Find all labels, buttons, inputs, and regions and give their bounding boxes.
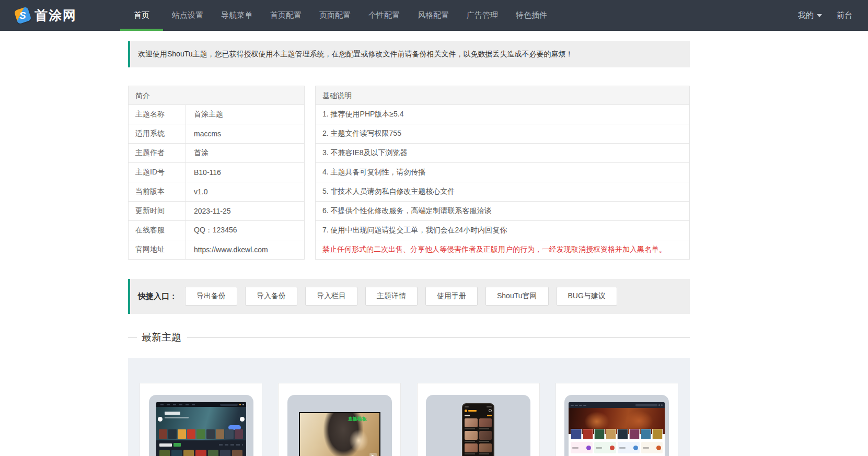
intro-row-label: 主题作者	[129, 144, 186, 162]
quick-button-import-categories[interactable]: 导入栏目	[305, 287, 357, 306]
logo-text: 首涂网	[34, 7, 77, 24]
theme-thumbnail: 直播模板	[287, 395, 392, 456]
table-row: 主题名称 首涂主题	[128, 105, 305, 124]
frontend-link[interactable]: 前台	[837, 10, 852, 20]
intro-table: 简介 主题名称 首涂主题 适用系统 maccms 主题作者 首涂 主题ID号 B…	[128, 86, 305, 260]
intro-row-value: QQ：123456	[186, 221, 237, 240]
theme-card-dark-movie[interactable]	[140, 383, 262, 456]
search-icon	[489, 409, 492, 412]
main-nav: 首页 站点设置 导航菜单 首页配置 页面配置 个性配置 风格配置 广告管理 特色…	[120, 0, 556, 31]
latest-themes-heading: 最新主题	[128, 331, 690, 344]
table-row: 主题作者 首涂	[128, 144, 305, 163]
nav-item-personal-config[interactable]: 个性配置	[360, 0, 409, 31]
nav-item-nav-menu[interactable]: 导航菜单	[212, 0, 261, 31]
note-row: 7. 使用中出现问题请提交工单，我们会在24小时内回复你	[315, 221, 690, 240]
notes-table: 基础说明 1. 推荐使用PHP版本≥5.4 2. 主题文件读写权限755 3. …	[315, 86, 690, 260]
nav-item-style-config[interactable]: 风格配置	[409, 0, 458, 31]
theme-screenshot	[462, 403, 494, 456]
intro-table-header: 简介	[128, 86, 305, 105]
theme-card-mobile-app[interactable]	[417, 383, 540, 456]
table-row: 适用系统 maccms	[128, 124, 305, 144]
nav-item-home[interactable]: 首页	[120, 0, 163, 31]
table-row: 当前版本 v1.0	[128, 182, 305, 202]
theme-card-light-movie[interactable]	[555, 383, 678, 456]
notes-table-header: 基础说明	[315, 86, 690, 105]
main-content: 欢迎使用ShouTu主题，您已获得授权使用本主题管理系统，在您配置或修改文件前请…	[128, 41, 690, 456]
latest-themes-panel: 直播模板	[128, 358, 690, 456]
intro-row-value: maccms	[186, 124, 221, 143]
heading-line-right	[187, 337, 690, 338]
note-row: 2. 主题文件读写权限755	[315, 124, 690, 144]
intro-row-value: https://www.dkewl.com	[186, 240, 268, 259]
note-row: 3. 不兼容IE8及以下浏览器	[315, 144, 690, 163]
note-row: 1. 推荐使用PHP版本≥5.4	[315, 105, 690, 124]
note-row: 6. 不提供个性化修改服务，高端定制请联系客服洽谈	[315, 202, 690, 221]
logo[interactable]: S 首涂网	[0, 0, 105, 31]
intro-row-label: 在线客服	[129, 221, 186, 240]
nav-item-ad-management[interactable]: 广告管理	[458, 0, 507, 31]
warning-row: 禁止任何形式的二次出售、分享他人等侵害作者及正版用户的行为，一经发现取消授权资格…	[315, 240, 690, 260]
quick-entry-label: 快捷入口：	[138, 291, 177, 301]
intro-row-value: B10-116	[186, 163, 221, 182]
table-row: 更新时间 2023-11-25	[128, 202, 305, 221]
quick-button-shoutu-official[interactable]: ShouTu官网	[485, 287, 549, 306]
intro-row-value: 首涂主题	[186, 105, 223, 124]
quick-button-export-backup[interactable]: 导出备份	[185, 287, 237, 306]
intro-row-label: 适用系统	[129, 124, 186, 143]
theme-screenshot: 直播模板	[299, 412, 380, 456]
table-row: 官网地址 https://www.dkewl.com	[128, 240, 305, 260]
theme-thumbnail	[149, 395, 253, 456]
quick-button-bug-suggestions[interactable]: BUG与建议	[557, 287, 617, 306]
page: S 首涂网 首页 站点设置 导航菜单 首页配置 页面配置 个性配置 风格配置 广…	[0, 0, 868, 456]
theme-thumbnail	[426, 395, 530, 456]
top-navbar: S 首涂网 首页 站点设置 导航菜单 首页配置 页面配置 个性配置 风格配置 广…	[0, 0, 868, 31]
app-logo-icon	[465, 410, 467, 412]
nav-item-featured-plugins[interactable]: 特色插件	[507, 0, 556, 31]
nav-item-site-settings[interactable]: 站点设置	[163, 0, 212, 31]
theme-screenshot	[569, 402, 665, 456]
navbar-right: 我的 前台	[798, 0, 868, 31]
user-menu[interactable]: 我的	[798, 10, 822, 20]
intro-row-label: 主题ID号	[129, 163, 186, 182]
play-button-icon	[369, 453, 377, 456]
heading-line-left	[128, 337, 137, 338]
quick-entry-bar: 快捷入口： 导出备份 导入备份 导入栏目 主题详情 使用手册 ShouTu官网 …	[128, 279, 690, 314]
theme-thumbnail	[564, 395, 669, 456]
intro-row-label: 更新时间	[129, 202, 186, 220]
theme-screenshot	[156, 402, 246, 456]
quick-button-user-manual[interactable]: 使用手册	[425, 287, 478, 306]
intro-row-value: 2023-11-25	[186, 202, 231, 220]
intro-row-label: 当前版本	[129, 182, 186, 201]
logo-icon: S	[14, 6, 31, 24]
live-template-badge: 直播模板	[348, 416, 367, 423]
table-row: 主题ID号 B10-116	[128, 163, 305, 182]
carousel-arrow-left-icon	[158, 417, 163, 422]
chevron-down-icon	[817, 14, 822, 17]
theme-card-live-player[interactable]: 直播模板	[278, 383, 401, 456]
welcome-banner: 欢迎使用ShouTu主题，您已获得授权使用本主题管理系统，在您配置或修改文件前请…	[128, 41, 690, 67]
search-bar	[635, 404, 657, 406]
intro-row-label: 主题名称	[129, 105, 186, 124]
welcome-text: 欢迎使用ShouTu主题，您已获得授权使用本主题管理系统，在您配置或修改文件前请…	[138, 50, 573, 59]
table-row: 在线客服 QQ：123456	[128, 221, 305, 240]
latest-themes-title: 最新主题	[142, 331, 181, 344]
carousel-arrow-right-icon	[240, 417, 245, 422]
info-tables: 简介 主题名称 首涂主题 适用系统 maccms 主题作者 首涂 主题ID号 B…	[128, 86, 690, 260]
user-menu-label: 我的	[798, 10, 814, 20]
note-row: 4. 主题具备可复制性，请勿传播	[315, 163, 690, 182]
quick-button-theme-details[interactable]: 主题详情	[365, 287, 418, 306]
note-row: 5. 非技术人员请勿私自修改主题核心文件	[315, 182, 690, 202]
intro-row-value: v1.0	[186, 182, 207, 201]
intro-row-label: 官网地址	[129, 240, 186, 259]
nav-item-page-config[interactable]: 页面配置	[310, 0, 360, 31]
quick-button-import-backup[interactable]: 导入备份	[245, 287, 297, 306]
nav-item-homepage-config[interactable]: 首页配置	[261, 0, 310, 31]
intro-row-value: 首涂	[186, 144, 209, 162]
